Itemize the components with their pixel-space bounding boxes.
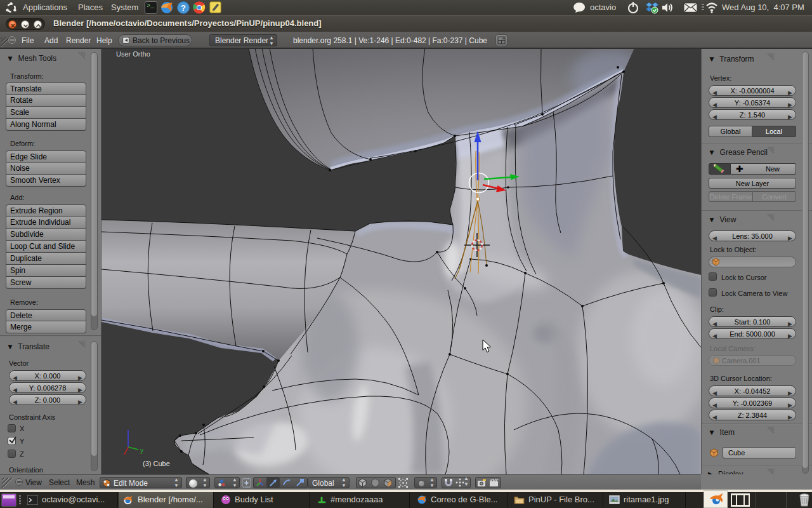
svg-text:User Ortho: User Ortho <box>116 50 150 58</box>
svg-text:y: y <box>140 447 143 454</box>
svg-text:(3) Cube: (3) Cube <box>143 460 170 467</box>
svg-text:?: ? <box>181 3 186 13</box>
